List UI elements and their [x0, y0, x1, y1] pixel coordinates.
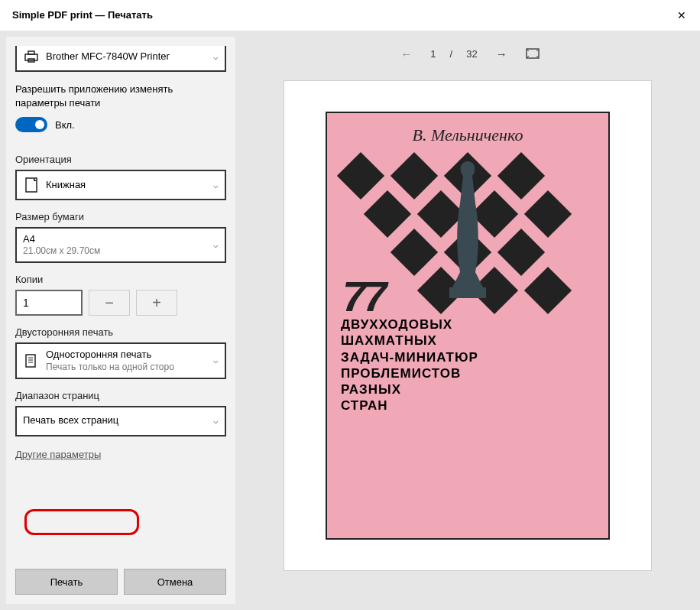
duplex-label: Двусторонняя печать: [15, 326, 226, 338]
svg-rect-4: [26, 355, 35, 367]
print-button[interactable]: Печать: [15, 569, 118, 595]
footer-buttons: Печать Отмена: [15, 556, 226, 595]
duplex-sub: Печать только на одной сторо: [46, 362, 209, 373]
orientation-value: Книжная: [46, 179, 209, 191]
allow-app-toggle-row: Вкл.: [15, 117, 226, 132]
copies-increment[interactable]: +: [136, 290, 177, 316]
allow-app-toggle[interactable]: [15, 117, 47, 132]
chevron-down-icon: ⌵: [213, 180, 219, 190]
cover-subtitle: ДВУХХОДОВЫХ ШАХМАТНЫХ ЗАДАЧ-МИНИАТЮР ПРО…: [336, 316, 599, 414]
printer-select[interactable]: Brother MFC-7840W Printer ⌵: [15, 46, 226, 72]
cover-number: 77: [342, 275, 384, 318]
copies-row: − +: [15, 290, 226, 316]
orientation-label: Ориентация: [15, 154, 226, 165]
window-title: Simple PDF print — Печатать: [12, 9, 153, 21]
settings-panel: Brother MFC-7840W Printer ⌵ Разрешить пр…: [6, 37, 235, 604]
paper-size-main: A4: [23, 233, 35, 245]
printer-name: Brother MFC-7840W Printer: [46, 50, 209, 63]
page-sep: /: [450, 48, 453, 60]
duplex-main: Односторонняя печать: [46, 349, 151, 360]
copies-decrement[interactable]: −: [89, 290, 130, 316]
svg-rect-9: [449, 287, 486, 298]
duplex-value: Односторонняя печать Печать только на од…: [46, 349, 209, 372]
dialog-body: Brother MFC-7840W Printer ⌵ Разрешить пр…: [0, 31, 700, 610]
page-range-label: Диапазон страниц: [15, 390, 226, 401]
chess-piece-icon: [445, 157, 491, 303]
cover-author: В. Мельниченко: [336, 125, 599, 145]
copies-input[interactable]: [15, 290, 83, 316]
svg-rect-1: [28, 51, 34, 54]
book-cover: В. Мельниченко: [326, 112, 610, 540]
page-current: 1: [430, 48, 436, 60]
cover-art: 77: [336, 151, 599, 312]
duplex-select[interactable]: Односторонняя печать Печать только на од…: [15, 342, 226, 378]
allow-app-label: Разрешить приложению изменять параметры …: [15, 83, 226, 109]
single-side-icon: [23, 352, 40, 369]
page-total: 32: [466, 48, 477, 60]
copies-label: Копии: [15, 274, 226, 285]
print-dialog: Simple PDF print — Печатать ✕ Brother MF…: [0, 0, 700, 610]
orientation-select[interactable]: Книжная ⌵: [15, 170, 226, 200]
other-parameters-link[interactable]: Другие параметры: [15, 449, 226, 460]
paper-size-sub: 21.00см x 29.70см: [23, 245, 209, 257]
chevron-down-icon: ⌵: [213, 355, 219, 365]
page-range-value: Печать всех страниц: [23, 414, 209, 427]
paper-size-value: A4 21.00см x 29.70см: [23, 233, 209, 257]
prev-page-button[interactable]: ←: [396, 44, 416, 63]
preview-area: В. Мельниченко: [241, 70, 694, 604]
settings-scroll: Brother MFC-7840W Printer ⌵ Разрешить пр…: [15, 46, 226, 556]
chevron-down-icon: ⌵: [213, 416, 219, 426]
paper-size-label: Размер бумаги: [15, 211, 226, 222]
svg-rect-0: [25, 54, 37, 60]
chevron-down-icon: ⌵: [213, 52, 219, 62]
printer-icon: [23, 48, 40, 65]
preview-pane: ← 1 / 32 → В. Мельниченко: [241, 37, 694, 604]
paper-size-select[interactable]: A4 21.00см x 29.70см ⌵: [15, 227, 226, 263]
portrait-icon: [23, 177, 40, 193]
preview-page: В. Мельниченко: [284, 81, 651, 570]
fit-page-button[interactable]: [526, 48, 540, 59]
page-navigator: ← 1 / 32 →: [241, 37, 694, 70]
allow-app-state: Вкл.: [55, 119, 75, 131]
cancel-button[interactable]: Отмена: [124, 569, 226, 595]
next-page-button[interactable]: →: [491, 44, 512, 63]
close-button[interactable]: ✕: [663, 0, 700, 31]
titlebar: Simple PDF print — Печатать ✕: [0, 0, 700, 31]
page-range-select[interactable]: Печать всех страниц ⌵: [15, 406, 226, 436]
chevron-down-icon: ⌵: [213, 240, 219, 250]
